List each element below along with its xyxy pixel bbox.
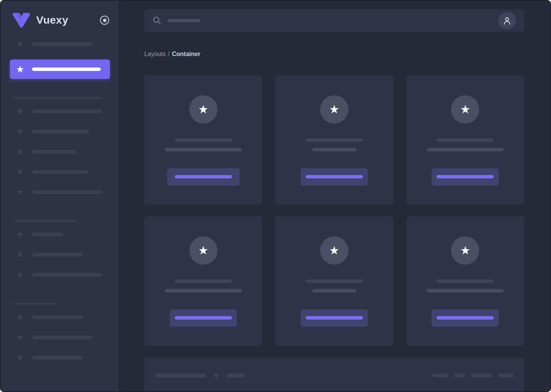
breadcrumb-current: Container bbox=[172, 51, 201, 57]
person-icon bbox=[502, 16, 512, 26]
menu-label-skeleton bbox=[32, 233, 63, 236]
menu-label-skeleton bbox=[32, 273, 102, 277]
footer-link-skeleton bbox=[498, 374, 514, 377]
button-label-skeleton bbox=[306, 175, 363, 178]
card-action-button[interactable] bbox=[432, 168, 499, 186]
footer-link-skeleton bbox=[454, 374, 465, 377]
sidebar-item[interactable]: ★ bbox=[1, 327, 119, 347]
star-icon: ★ bbox=[329, 245, 340, 256]
sidebar-item[interactable]: ★ bbox=[1, 265, 119, 285]
footer-links bbox=[432, 374, 514, 377]
sidebar-item[interactable]: ★ bbox=[1, 162, 119, 182]
sidebar-item[interactable]: ★ bbox=[1, 141, 119, 162]
footer-link-skeleton bbox=[471, 374, 492, 377]
star-icon: ★ bbox=[16, 270, 26, 279]
sidebar-item-active[interactable]: ★ bbox=[10, 59, 110, 79]
toggle-dot bbox=[103, 19, 106, 22]
button-label-skeleton bbox=[175, 175, 232, 178]
sidebar-item[interactable]: ★ bbox=[1, 244, 119, 265]
cards-grid: ★ ★ ★ bbox=[144, 75, 524, 346]
card-avatar-circle: ★ bbox=[189, 236, 218, 265]
menu-label-skeleton bbox=[32, 356, 83, 360]
section-header-skeleton bbox=[13, 303, 56, 305]
card-text-skeleton bbox=[427, 148, 504, 151]
card-text-skeleton bbox=[165, 148, 242, 151]
card: ★ bbox=[144, 216, 262, 346]
star-icon: ★ bbox=[329, 104, 340, 115]
card-avatar-circle: ★ bbox=[451, 236, 479, 265]
sidebar-item[interactable]: ★ bbox=[1, 307, 119, 327]
menu-label-skeleton bbox=[32, 336, 93, 339]
star-icon: ★ bbox=[16, 147, 26, 156]
button-label-skeleton bbox=[437, 175, 494, 178]
sidebar-toggle-icon[interactable] bbox=[100, 16, 109, 25]
card-avatar-circle: ★ bbox=[320, 95, 348, 124]
card-action-button[interactable] bbox=[432, 309, 499, 327]
star-icon: ★ bbox=[198, 104, 208, 115]
menu-label-skeleton bbox=[32, 315, 83, 319]
footer-link-skeleton bbox=[432, 374, 449, 377]
app-window: Vuexy ★ ★ ★ ★ ★ ★ bbox=[0, 0, 551, 392]
footer-text-skeleton bbox=[227, 374, 245, 378]
card-avatar-circle: ★ bbox=[189, 95, 218, 124]
card-avatar-circle: ★ bbox=[451, 95, 479, 124]
card-action-button[interactable] bbox=[301, 168, 368, 186]
card: ★ bbox=[275, 216, 393, 346]
button-label-skeleton bbox=[175, 316, 232, 320]
star-icon: ★ bbox=[16, 40, 26, 48]
footer-row: ♥ bbox=[155, 371, 514, 381]
card-title-skeleton bbox=[306, 138, 363, 142]
search-input[interactable] bbox=[144, 9, 524, 32]
sidebar-item[interactable]: ★ bbox=[1, 101, 119, 121]
menu-label-skeleton bbox=[32, 42, 93, 46]
button-label-skeleton bbox=[437, 316, 494, 320]
menu-label-skeleton bbox=[32, 67, 101, 71]
card-action-button[interactable] bbox=[301, 309, 368, 327]
section-header-skeleton bbox=[13, 220, 76, 222]
footer-text-skeleton bbox=[155, 374, 206, 378]
card-title-skeleton bbox=[306, 280, 363, 283]
card-text-skeleton bbox=[312, 148, 356, 151]
breadcrumb-separator: / bbox=[168, 51, 169, 57]
app-title: Vuexy bbox=[36, 14, 68, 26]
sidebar: Vuexy ★ ★ ★ ★ ★ ★ bbox=[1, 1, 119, 391]
search-placeholder-skeleton bbox=[168, 19, 200, 22]
star-icon: ★ bbox=[460, 245, 470, 256]
star-icon: ★ bbox=[16, 167, 26, 176]
star-icon: ★ bbox=[16, 230, 26, 239]
sidebar-item[interactable]: ★ bbox=[1, 34, 119, 54]
card-action-button[interactable] bbox=[167, 168, 240, 186]
search-icon bbox=[153, 16, 161, 25]
menu-label-skeleton bbox=[32, 170, 89, 174]
menu-label-skeleton bbox=[32, 150, 76, 154]
card: ★ bbox=[406, 216, 524, 346]
card-text-skeleton bbox=[312, 289, 356, 292]
vuexy-logo-icon bbox=[11, 12, 31, 28]
sidebar-item[interactable]: ★ bbox=[1, 224, 119, 244]
heart-icon: ♥ bbox=[213, 371, 219, 381]
star-icon: ★ bbox=[16, 333, 26, 342]
star-icon: ★ bbox=[16, 250, 26, 259]
footer: ♥ bbox=[144, 358, 524, 391]
star-icon: ★ bbox=[16, 188, 26, 196]
sidebar-header: Vuexy bbox=[1, 1, 119, 28]
card: ★ bbox=[406, 75, 524, 205]
user-avatar[interactable] bbox=[498, 12, 516, 29]
breadcrumb-layouts[interactable]: Layouts bbox=[144, 51, 166, 57]
sidebar-item[interactable]: ★ bbox=[1, 182, 119, 202]
main-content: Layouts/Container ★ ★ bbox=[119, 1, 550, 391]
sidebar-item[interactable]: ★ bbox=[1, 121, 119, 141]
card: ★ bbox=[144, 75, 262, 205]
button-label-skeleton bbox=[306, 316, 363, 320]
card-action-button[interactable] bbox=[170, 309, 237, 327]
card: ★ bbox=[275, 75, 393, 205]
card-title-skeleton bbox=[437, 280, 494, 283]
star-icon: ★ bbox=[16, 353, 26, 362]
sidebar-item[interactable]: ★ bbox=[1, 347, 119, 368]
card-title-skeleton bbox=[175, 280, 232, 283]
card-title-skeleton bbox=[175, 138, 232, 142]
star-icon: ★ bbox=[16, 65, 26, 74]
menu-label-skeleton bbox=[32, 109, 102, 113]
card-text-skeleton bbox=[165, 289, 242, 292]
star-icon: ★ bbox=[16, 127, 26, 136]
